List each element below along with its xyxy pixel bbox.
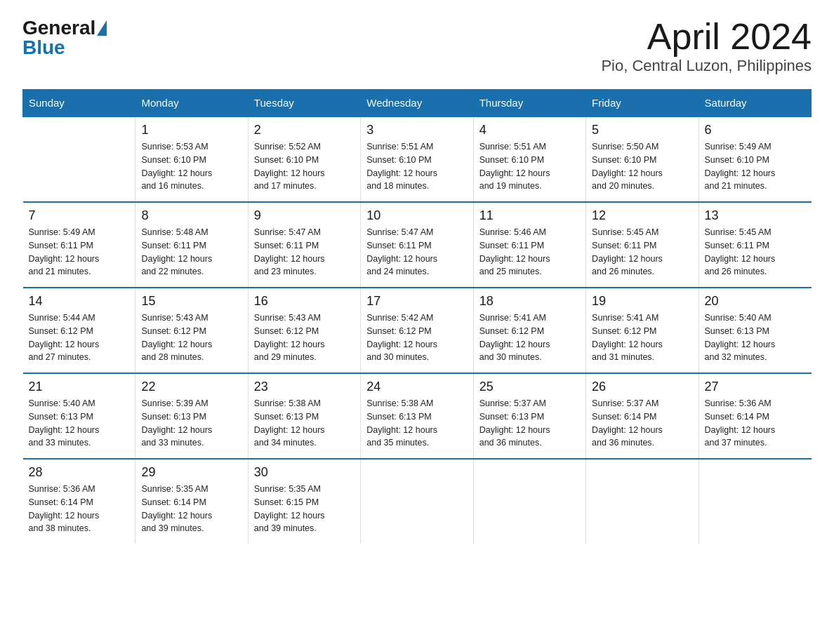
day-number: 5: [592, 123, 692, 137]
day-number: 10: [366, 208, 467, 223]
calendar-day-cell: [699, 459, 811, 544]
calendar-day-cell: 20Sunrise: 5:40 AMSunset: 6:13 PMDayligh…: [699, 288, 811, 373]
day-info: Sunrise: 5:35 AMSunset: 6:15 PMDaylight:…: [254, 483, 355, 535]
calendar-day-cell: [586, 459, 699, 544]
calendar-day-cell: 15Sunrise: 5:43 AMSunset: 6:12 PMDayligh…: [135, 288, 248, 373]
calendar-table: SundayMondayTuesdayWednesdayThursdayFrid…: [22, 89, 812, 544]
calendar-day-cell: 17Sunrise: 5:42 AMSunset: 6:12 PMDayligh…: [361, 288, 473, 373]
day-number: 19: [592, 294, 692, 309]
day-info: Sunrise: 5:41 AMSunset: 6:12 PMDaylight:…: [479, 311, 580, 364]
calendar-day-header: Saturday: [699, 90, 811, 117]
calendar-day-cell: 21Sunrise: 5:40 AMSunset: 6:13 PMDayligh…: [23, 373, 135, 459]
day-number: 13: [705, 208, 806, 223]
day-number: 23: [254, 380, 355, 394]
day-info: Sunrise: 5:36 AMSunset: 6:14 PMDaylight:…: [705, 397, 806, 450]
calendar-day-cell: 3Sunrise: 5:51 AMSunset: 6:10 PMDaylight…: [361, 116, 473, 202]
day-number: 21: [29, 380, 130, 394]
calendar-day-cell: 29Sunrise: 5:35 AMSunset: 6:14 PMDayligh…: [135, 459, 248, 544]
day-number: 28: [29, 465, 130, 480]
calendar-day-cell: 30Sunrise: 5:35 AMSunset: 6:15 PMDayligh…: [248, 459, 360, 544]
calendar-day-cell: 25Sunrise: 5:37 AMSunset: 6:13 PMDayligh…: [473, 373, 585, 459]
calendar-day-cell: 10Sunrise: 5:47 AMSunset: 6:11 PMDayligh…: [361, 202, 473, 288]
day-number: 12: [592, 208, 692, 223]
calendar-day-cell: [23, 116, 135, 202]
day-info: Sunrise: 5:52 AMSunset: 6:10 PMDaylight:…: [254, 140, 355, 193]
day-number: 22: [141, 380, 241, 394]
page-header: General Blue April 2024 Pio, Central Luz…: [22, 17, 812, 75]
calendar-day-cell: 27Sunrise: 5:36 AMSunset: 6:14 PMDayligh…: [699, 373, 811, 459]
logo-blue-text: Blue: [22, 36, 65, 59]
day-number: 8: [141, 208, 241, 223]
day-info: Sunrise: 5:46 AMSunset: 6:11 PMDaylight:…: [479, 226, 580, 279]
calendar-day-header: Tuesday: [248, 90, 360, 117]
day-info: Sunrise: 5:37 AMSunset: 6:13 PMDaylight:…: [479, 397, 580, 450]
calendar-day-cell: 28Sunrise: 5:36 AMSunset: 6:14 PMDayligh…: [23, 459, 135, 544]
day-number: 29: [141, 465, 241, 480]
calendar-day-cell: 6Sunrise: 5:49 AMSunset: 6:10 PMDaylight…: [699, 116, 811, 202]
day-info: Sunrise: 5:43 AMSunset: 6:12 PMDaylight:…: [141, 311, 241, 364]
day-number: 18: [479, 294, 580, 309]
day-info: Sunrise: 5:40 AMSunset: 6:13 PMDaylight:…: [29, 397, 130, 450]
day-info: Sunrise: 5:40 AMSunset: 6:13 PMDaylight:…: [705, 311, 806, 364]
calendar-day-cell: [473, 459, 585, 544]
calendar-day-cell: 14Sunrise: 5:44 AMSunset: 6:12 PMDayligh…: [23, 288, 135, 373]
day-info: Sunrise: 5:38 AMSunset: 6:13 PMDaylight:…: [254, 397, 355, 450]
day-info: Sunrise: 5:44 AMSunset: 6:12 PMDaylight:…: [29, 311, 130, 364]
day-info: Sunrise: 5:53 AMSunset: 6:10 PMDaylight:…: [141, 140, 241, 193]
day-info: Sunrise: 5:36 AMSunset: 6:14 PMDaylight:…: [29, 483, 130, 535]
day-info: Sunrise: 5:42 AMSunset: 6:12 PMDaylight:…: [366, 311, 467, 364]
day-number: 17: [366, 294, 467, 309]
calendar-week-row: 28Sunrise: 5:36 AMSunset: 6:14 PMDayligh…: [23, 459, 812, 544]
day-number: 9: [254, 208, 355, 223]
day-number: 6: [705, 123, 806, 137]
day-number: 20: [705, 294, 806, 309]
day-info: Sunrise: 5:43 AMSunset: 6:12 PMDaylight:…: [254, 311, 355, 364]
day-info: Sunrise: 5:49 AMSunset: 6:11 PMDaylight:…: [29, 226, 130, 279]
day-info: Sunrise: 5:37 AMSunset: 6:14 PMDaylight:…: [592, 397, 692, 450]
calendar-day-cell: 16Sunrise: 5:43 AMSunset: 6:12 PMDayligh…: [248, 288, 360, 373]
calendar-day-cell: 11Sunrise: 5:46 AMSunset: 6:11 PMDayligh…: [473, 202, 585, 288]
calendar-day-header: Monday: [135, 90, 248, 117]
day-info: Sunrise: 5:47 AMSunset: 6:11 PMDaylight:…: [254, 226, 355, 279]
day-info: Sunrise: 5:47 AMSunset: 6:11 PMDaylight:…: [366, 226, 467, 279]
calendar-day-cell: 12Sunrise: 5:45 AMSunset: 6:11 PMDayligh…: [586, 202, 699, 288]
day-info: Sunrise: 5:50 AMSunset: 6:10 PMDaylight:…: [592, 140, 692, 193]
calendar-week-row: 1Sunrise: 5:53 AMSunset: 6:10 PMDaylight…: [23, 116, 812, 202]
calendar-day-cell: 1Sunrise: 5:53 AMSunset: 6:10 PMDaylight…: [135, 116, 248, 202]
page-subtitle: Pio, Central Luzon, Philippines: [601, 57, 812, 75]
page-title: April 2024: [601, 17, 812, 57]
day-info: Sunrise: 5:35 AMSunset: 6:14 PMDaylight:…: [141, 483, 241, 535]
calendar-day-header: Thursday: [473, 90, 585, 117]
calendar-day-header: Wednesday: [361, 90, 473, 117]
calendar-day-cell: 24Sunrise: 5:38 AMSunset: 6:13 PMDayligh…: [361, 373, 473, 459]
day-number: 14: [29, 294, 130, 309]
day-info: Sunrise: 5:49 AMSunset: 6:10 PMDaylight:…: [705, 140, 806, 193]
calendar-day-cell: 2Sunrise: 5:52 AMSunset: 6:10 PMDaylight…: [248, 116, 360, 202]
calendar-day-cell: 26Sunrise: 5:37 AMSunset: 6:14 PMDayligh…: [586, 373, 699, 459]
day-number: 7: [29, 208, 130, 223]
day-info: Sunrise: 5:38 AMSunset: 6:13 PMDaylight:…: [366, 397, 467, 450]
day-number: 4: [479, 123, 580, 137]
calendar-day-cell: 19Sunrise: 5:41 AMSunset: 6:12 PMDayligh…: [586, 288, 699, 373]
calendar-header-row: SundayMondayTuesdayWednesdayThursdayFrid…: [23, 90, 812, 117]
calendar-day-cell: 18Sunrise: 5:41 AMSunset: 6:12 PMDayligh…: [473, 288, 585, 373]
day-info: Sunrise: 5:51 AMSunset: 6:10 PMDaylight:…: [479, 140, 580, 193]
calendar-day-cell: 7Sunrise: 5:49 AMSunset: 6:11 PMDaylight…: [23, 202, 135, 288]
day-number: 16: [254, 294, 355, 309]
calendar-day-cell: [361, 459, 473, 544]
day-number: 26: [592, 380, 692, 394]
day-info: Sunrise: 5:41 AMSunset: 6:12 PMDaylight:…: [592, 311, 692, 364]
logo: General Blue: [22, 17, 107, 59]
calendar-day-cell: 23Sunrise: 5:38 AMSunset: 6:13 PMDayligh…: [248, 373, 360, 459]
calendar-day-cell: 5Sunrise: 5:50 AMSunset: 6:10 PMDaylight…: [586, 116, 699, 202]
day-info: Sunrise: 5:48 AMSunset: 6:11 PMDaylight:…: [141, 226, 241, 279]
calendar-day-cell: 8Sunrise: 5:48 AMSunset: 6:11 PMDaylight…: [135, 202, 248, 288]
calendar-day-cell: 4Sunrise: 5:51 AMSunset: 6:10 PMDaylight…: [473, 116, 585, 202]
day-number: 30: [254, 465, 355, 480]
title-block: April 2024 Pio, Central Luzon, Philippin…: [601, 17, 812, 75]
day-number: 2: [254, 123, 355, 137]
day-info: Sunrise: 5:45 AMSunset: 6:11 PMDaylight:…: [705, 226, 806, 279]
day-number: 3: [366, 123, 467, 137]
calendar-week-row: 14Sunrise: 5:44 AMSunset: 6:12 PMDayligh…: [23, 288, 812, 373]
day-number: 11: [479, 208, 580, 223]
